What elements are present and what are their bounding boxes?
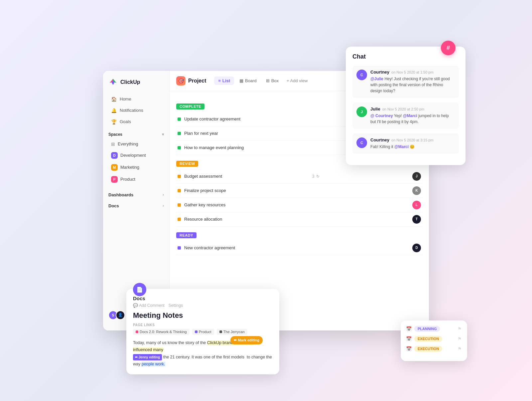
product-badge: P bbox=[111, 176, 118, 183]
sprint-row-1: 📅 PLANNING ⚑ bbox=[406, 326, 462, 332]
flag-icon-3: ⚑ bbox=[458, 346, 462, 351]
list-icon: ≡ bbox=[218, 78, 221, 83]
jenny-editing-tag: ✏ Jenny editing bbox=[133, 354, 162, 360]
mention-courtney: @ Courtney bbox=[370, 113, 393, 118]
docs-section[interactable]: Docs › bbox=[106, 200, 167, 211]
link-label-2: Product bbox=[199, 330, 211, 334]
task-dot bbox=[178, 146, 181, 149]
task-row[interactable]: Finalize project scope K bbox=[176, 184, 422, 198]
spaces-chevron[interactable]: ▾ bbox=[162, 132, 164, 137]
mention-julie: @Julie bbox=[370, 77, 383, 81]
logo: ClickUp bbox=[103, 78, 169, 94]
docs-page-links: Docs 2.0: Rework & Thinking Product The … bbox=[133, 329, 273, 335]
project-title: Project bbox=[188, 78, 206, 84]
refresh-icon: ↻ bbox=[316, 174, 320, 179]
add-view-label: + Add view bbox=[287, 78, 308, 83]
nav-notifications-label: Notifications bbox=[120, 108, 143, 113]
sprint-row-2: 📅 EXECUTION ⚑ bbox=[406, 336, 462, 342]
chat-hash-icon: # bbox=[441, 41, 456, 55]
docs-chevron: › bbox=[163, 203, 164, 208]
chat-time-1: on Nov 5 2020 at 1:50 pm bbox=[391, 70, 434, 74]
task-name: Finalize project scope bbox=[184, 188, 226, 193]
task-count: 3 bbox=[312, 174, 315, 179]
task-row[interactable]: Gather key resources L bbox=[176, 198, 422, 212]
view-tabs: ≡ List ▦ Board ⊞ Box + Add view bbox=[214, 77, 310, 85]
chat-title: Chat bbox=[352, 53, 459, 60]
meeting-notes-title: Meeting Notes bbox=[133, 311, 273, 320]
everything-icon: ⊞ bbox=[111, 141, 115, 147]
task-name: How to manage event planning bbox=[184, 145, 244, 150]
link-label-3: The Jerrycan bbox=[223, 330, 245, 334]
task-dot bbox=[178, 218, 181, 221]
chat-text-2: @ Courtney Yep! @Marci jumped in to help… bbox=[370, 113, 455, 125]
task-avatar: J bbox=[412, 172, 421, 181]
space-everything[interactable]: ⊞ Everything bbox=[106, 139, 167, 149]
chat-author-2: Julie bbox=[370, 106, 380, 111]
spaces-header: Spaces ▾ bbox=[103, 127, 169, 139]
docs-label: Docs bbox=[108, 203, 119, 208]
chat-time-2: on Nov 5 2020 at 2:50 pm bbox=[382, 107, 425, 111]
space-product-label: Product bbox=[120, 177, 135, 182]
board-icon: ▦ bbox=[239, 78, 243, 83]
link-dot-3 bbox=[219, 330, 222, 333]
task-dot bbox=[178, 189, 181, 192]
tab-box[interactable]: ⊞ Box bbox=[262, 77, 283, 85]
tab-box-label: Box bbox=[271, 78, 279, 83]
review-badge: REVIEW bbox=[176, 161, 198, 167]
chat-content-1: Courtney on Nov 5 2020 at 1:50 pm @Julie… bbox=[370, 70, 455, 94]
docs-link-2[interactable]: Product bbox=[192, 329, 214, 335]
project-icon: 🎯 bbox=[176, 76, 186, 86]
sprint-tag-planning[interactable]: PLANNING bbox=[414, 326, 440, 332]
sprint-tag-execution-1[interactable]: EXECUTION bbox=[414, 336, 442, 342]
complete-badge: COMPLETE bbox=[176, 103, 204, 109]
link-dot-2 bbox=[195, 330, 198, 333]
nav-goals-label: Goals bbox=[120, 119, 131, 124]
development-badge: D bbox=[111, 152, 118, 159]
chat-content-2: Julie on Nov 5 2020 at 2:50 pm @ Courtne… bbox=[370, 106, 455, 125]
space-development[interactable]: D Development bbox=[106, 150, 167, 161]
task-name: New contractor agreement bbox=[184, 245, 235, 250]
chat-time-3: on Nov 5 2020 at 3:15 pm bbox=[391, 138, 434, 142]
calendar-icon-2: 📅 bbox=[406, 336, 412, 341]
chat-author-3: Courtney bbox=[370, 137, 389, 142]
task-row[interactable]: New contractor agreement D bbox=[176, 241, 422, 255]
nav-notifications[interactable]: 🔔 Notifications bbox=[106, 105, 167, 116]
settings-action[interactable]: Settings bbox=[169, 303, 183, 308]
ready-badge: READY bbox=[176, 232, 197, 238]
add-comment-action[interactable]: 💬 Add Comment bbox=[133, 303, 165, 308]
task-dot bbox=[178, 175, 181, 178]
link-label-1: Docs 2.0: Rework & Thinking bbox=[140, 330, 187, 334]
task-dot bbox=[178, 132, 181, 135]
nav-goals[interactable]: 🏆 Goals bbox=[106, 116, 167, 127]
chat-message-3: C Courtney on Nov 5 2020 at 3:15 pm Fab!… bbox=[352, 133, 459, 154]
chat-message-2: J Julie on Nov 5 2020 at 2:50 pm @ Court… bbox=[352, 102, 459, 129]
home-icon: 🏠 bbox=[111, 97, 116, 102]
space-development-label: Development bbox=[120, 153, 146, 158]
tab-list[interactable]: ≡ List bbox=[214, 77, 234, 85]
section-review: REVIEW Budget assessment 3 ↻ J bbox=[176, 160, 422, 227]
space-everything-label: Everything bbox=[118, 141, 138, 146]
docs-link-1[interactable]: Docs 2.0: Rework & Thinking bbox=[133, 329, 190, 335]
docs-mark-editing-btn[interactable]: ✏ Mark editing bbox=[230, 336, 263, 344]
chat-avatar-julie: J bbox=[356, 106, 367, 117]
sprint-tag-execution-2[interactable]: EXECUTION bbox=[414, 346, 442, 352]
task-avatar: L bbox=[412, 201, 421, 209]
task-meta: 3 ↻ bbox=[312, 174, 320, 179]
page-links-label: PAGE LINKS bbox=[133, 323, 273, 327]
add-view-button[interactable]: + Add view bbox=[284, 77, 310, 85]
nav-home[interactable]: 🏠 Home bbox=[106, 94, 167, 104]
tab-board[interactable]: ▦ Board bbox=[235, 77, 261, 85]
task-row[interactable]: Budget assessment 3 ↻ J bbox=[176, 169, 422, 184]
tab-list-label: List bbox=[222, 78, 230, 83]
calendar-icon-1: 📅 bbox=[406, 326, 412, 331]
add-comment-label: Add Comment bbox=[139, 303, 165, 308]
chat-content-3: Courtney on Nov 5 2020 at 3:15 pm Fab! K… bbox=[370, 137, 455, 150]
space-marketing[interactable]: M Marketing bbox=[106, 162, 167, 173]
notifications-icon: 🔔 bbox=[111, 108, 116, 113]
space-product[interactable]: P Product bbox=[106, 174, 167, 185]
docs-link-3[interactable]: The Jerrycan bbox=[217, 329, 247, 335]
dashboards-section[interactable]: Dashboards › bbox=[106, 189, 167, 200]
comment-icon: 💬 bbox=[133, 303, 138, 308]
dashboards-label: Dashboards bbox=[108, 192, 133, 197]
task-row[interactable]: Resource allocation T bbox=[176, 212, 422, 227]
